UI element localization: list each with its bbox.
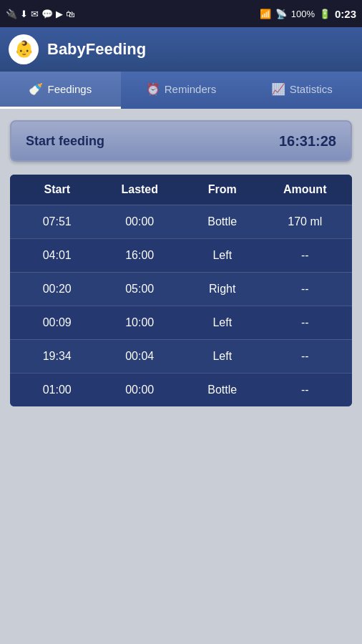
- cell-amount: --: [264, 283, 347, 296]
- tab-statistics-label: Statistics: [290, 83, 333, 95]
- cell-start: 19:34: [16, 350, 99, 363]
- table-row[interactable]: 07:51 00:00 Bottle 170 ml: [10, 205, 352, 238]
- status-icons-right: 📶 📡 100% 🔋 0:23: [260, 8, 356, 20]
- header-lasted: Lasted: [99, 183, 182, 196]
- start-feeding-button[interactable]: Start feeding 16:31:28: [10, 120, 352, 162]
- reminders-icon: ⏰: [146, 82, 160, 96]
- app-logo: 👶: [9, 34, 39, 64]
- app-header: 👶 BabyFeeding: [0, 27, 362, 72]
- cell-amount: 170 ml: [264, 215, 347, 228]
- start-feeding-label: Start feeding: [26, 134, 104, 149]
- cell-start: 04:01: [16, 249, 99, 262]
- usb-icon: 🔌: [6, 9, 17, 19]
- tab-reminders-label: Reminders: [165, 83, 217, 95]
- logo-emoji: 👶: [14, 40, 34, 59]
- start-feeding-time: 16:31:28: [279, 133, 336, 150]
- wifi-icon: 📶: [260, 9, 271, 19]
- table-row[interactable]: 19:34 00:04 Left --: [10, 339, 352, 373]
- signal-icon: 📡: [275, 9, 287, 19]
- header-start: Start: [16, 183, 99, 196]
- download-icon: ⬇: [20, 9, 28, 19]
- cell-amount: --: [264, 249, 347, 262]
- cell-lasted: 16:00: [99, 249, 182, 262]
- gmail-icon: ✉: [31, 9, 39, 19]
- cell-start: 07:51: [16, 215, 99, 228]
- status-time: 0:23: [335, 8, 356, 20]
- cell-lasted: 05:00: [99, 283, 182, 296]
- cell-from: Right: [181, 283, 264, 296]
- status-icons-left: 🔌 ⬇ ✉ 💬 ▶ 🛍: [6, 9, 75, 19]
- chat-icon: 💬: [41, 9, 53, 19]
- cell-amount: --: [264, 384, 347, 396]
- cell-start: 00:20: [16, 283, 99, 296]
- feedings-icon: 🍼: [29, 82, 43, 96]
- app-title: BabyFeeding: [47, 40, 146, 59]
- tab-statistics[interactable]: 📈 Statistics: [241, 72, 362, 109]
- cell-from: Left: [181, 316, 264, 329]
- tab-feedings[interactable]: 🍼 Feedings: [0, 72, 121, 109]
- tab-feedings-label: Feedings: [47, 83, 92, 95]
- cell-lasted: 00:00: [99, 384, 182, 396]
- cell-from: Left: [181, 249, 264, 262]
- statistics-icon: 📈: [271, 82, 285, 96]
- table-body: 07:51 00:00 Bottle 170 ml 04:01 16:00 Le…: [10, 205, 352, 406]
- table-row[interactable]: 00:09 10:00 Left --: [10, 306, 352, 339]
- table-row[interactable]: 00:20 05:00 Right --: [10, 272, 352, 306]
- battery-icon: 🔋: [319, 9, 331, 19]
- store-icon: 🛍: [66, 9, 75, 19]
- status-bar: 🔌 ⬇ ✉ 💬 ▶ 🛍 📶 📡 100% 🔋 0:23: [0, 0, 362, 27]
- cell-lasted: 10:00: [99, 316, 182, 329]
- cell-amount: --: [264, 350, 347, 363]
- feeding-table: Start Lasted From Amount 07:51 00:00 Bot…: [10, 175, 352, 406]
- cell-from: Bottle: [181, 215, 264, 228]
- cell-from: Bottle: [181, 384, 264, 396]
- table-header: Start Lasted From Amount: [10, 175, 352, 205]
- header-amount: Amount: [264, 183, 347, 196]
- tab-reminders[interactable]: ⏰ Reminders: [121, 72, 242, 109]
- cell-amount: --: [264, 316, 347, 329]
- main-content: Start feeding 16:31:28 Start Lasted From…: [0, 109, 362, 644]
- play-icon: ▶: [56, 9, 63, 19]
- table-row[interactable]: 01:00 00:00 Bottle --: [10, 373, 352, 406]
- table-row[interactable]: 04:01 16:00 Left --: [10, 238, 352, 272]
- cell-lasted: 00:04: [99, 350, 182, 363]
- cell-start: 00:09: [16, 316, 99, 329]
- battery-percent: 100%: [291, 9, 315, 19]
- cell-from: Left: [181, 350, 264, 363]
- cell-start: 01:00: [16, 384, 99, 396]
- tab-bar: 🍼 Feedings ⏰ Reminders 📈 Statistics: [0, 72, 362, 109]
- header-from: From: [181, 183, 264, 196]
- cell-lasted: 00:00: [99, 215, 182, 228]
